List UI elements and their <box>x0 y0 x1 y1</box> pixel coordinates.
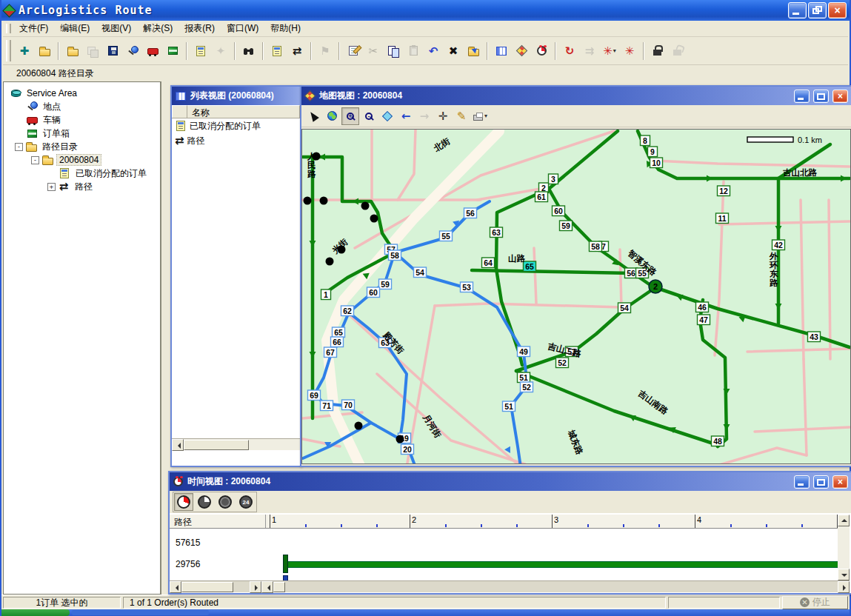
map-stop-label[interactable]: 51 <box>503 401 515 412</box>
map-stop-label[interactable]: 3 <box>549 174 558 184</box>
map-unassigned-stop-dot[interactable] <box>370 215 378 223</box>
menu-window[interactable]: 窗口(W) <box>221 21 264 36</box>
map-stop-label[interactable]: 65 <box>333 327 345 338</box>
cut-button[interactable]: ✂ <box>364 41 383 61</box>
route-row-57615[interactable]: 57615 <box>176 538 200 548</box>
time-vscrollbar[interactable] <box>838 515 850 580</box>
list-view-title-bar[interactable]: 列表视图 (20060804) <box>172 87 300 105</box>
delete-button[interactable]: ✖ <box>444 41 463 61</box>
time-scale-quarter[interactable] <box>174 493 193 511</box>
pan-tool[interactable]: ✛ <box>434 107 452 125</box>
locations-button[interactable] <box>123 41 142 61</box>
scroll-right-icon[interactable] <box>250 581 261 593</box>
map-stop-label[interactable]: 65 <box>524 261 536 272</box>
sequence-button[interactable]: ⇉ <box>580 41 599 61</box>
scroll-right-icon[interactable] <box>838 581 850 593</box>
zoom-in-tool[interactable] <box>341 107 359 125</box>
map-stop-label[interactable]: 69 <box>308 390 321 401</box>
globe-tool[interactable] <box>323 107 341 125</box>
solve-route-button[interactable]: ✳▾ <box>600 41 619 61</box>
lock-button[interactable] <box>648 41 667 61</box>
select-tool[interactable] <box>304 107 322 125</box>
list-row-unassigned-orders[interactable]: 已取消分配的订单 <box>172 118 300 133</box>
map-stop-label[interactable]: 52 <box>556 358 569 368</box>
map-close-button[interactable]: × <box>832 90 848 103</box>
list-row-routes[interactable]: ⇄路径 <box>172 133 300 148</box>
map-canvas[interactable]: 1918910121132616059758636465565542544647… <box>301 129 851 464</box>
tree-item-order-box[interactable]: 订单箱 <box>4 127 160 140</box>
map-stop-label[interactable]: 61 <box>535 192 548 202</box>
map-unassigned-stop-dot[interactable] <box>396 435 404 443</box>
map-stop-label[interactable]: 12 <box>718 186 730 196</box>
map-maximize-button[interactable] <box>813 90 829 103</box>
list-view-name-column[interactable]: 名称 <box>187 105 300 118</box>
map-stop-label[interactable]: 51 <box>518 372 530 383</box>
list-view-icon-column[interactable] <box>172 105 187 118</box>
start-button[interactable] <box>1 609 70 616</box>
map-unassigned-stop-dot[interactable] <box>361 202 370 210</box>
map-stop-label[interactable]: 56 <box>464 208 477 218</box>
map-stop-label[interactable]: 10 <box>650 158 663 168</box>
map-stop-label[interactable]: 49 <box>518 346 530 357</box>
reload-button[interactable]: ↻ <box>560 41 579 61</box>
tree-item-vehicles[interactable]: 车辆 <box>4 113 160 127</box>
undo-button[interactable]: ↶ <box>424 41 443 61</box>
map-stop-label[interactable]: 60 <box>553 206 565 216</box>
expand-icon[interactable]: + <box>47 183 56 191</box>
properties-button[interactable] <box>344 41 363 61</box>
time-scale-full[interactable] <box>216 493 235 511</box>
map-route-stop-circle[interactable]: 2 <box>649 280 662 293</box>
tree-item-routes[interactable]: +⇄路径 <box>4 180 160 193</box>
map-stop-label[interactable]: 8 <box>641 135 650 146</box>
back-tool[interactable]: ← <box>397 107 415 125</box>
map-stop-label[interactable]: 9 <box>648 147 658 157</box>
menu-report[interactable]: 报表(R) <box>178 21 221 36</box>
menu-edit[interactable]: 编辑(E) <box>54 21 96 36</box>
build-routes-button[interactable]: ✦ <box>211 41 230 61</box>
restore-button[interactable] <box>808 2 827 19</box>
time-view-title-bar[interactable]: 时间视图 : 20060804 × <box>170 472 851 491</box>
scroll-thumb[interactable] <box>273 582 285 592</box>
collapse-icon[interactable]: - <box>31 156 39 164</box>
assign-orders-button[interactable] <box>191 41 210 61</box>
scroll-left-icon[interactable] <box>172 439 184 451</box>
time-hscrollbar[interactable] <box>170 580 850 592</box>
scroll-left-icon[interactable] <box>170 581 181 593</box>
map-unassigned-stop-dot[interactable] <box>326 258 334 266</box>
stop-button[interactable]: ✕ 停止 <box>782 596 848 609</box>
map-minimize-button[interactable] <box>794 90 810 103</box>
map-stop-label[interactable]: 70 <box>342 400 355 410</box>
map-stop-label[interactable]: 11 <box>716 213 729 224</box>
map-stop-label[interactable]: 20 <box>401 444 414 455</box>
time-scale-24[interactable]: 24 <box>236 493 256 511</box>
scroll-thumb[interactable] <box>184 440 249 450</box>
time-route-column-header[interactable]: 路径 <box>170 515 266 528</box>
map-stop-label[interactable]: 60 <box>367 287 380 298</box>
scroll-left-icon[interactable] <box>261 581 273 593</box>
map-stop-label[interactable]: 53 <box>461 282 473 292</box>
scroll-thumb[interactable] <box>181 582 233 592</box>
dropdown-arrow-icon[interactable]: ▾ <box>484 113 487 119</box>
route-time-marker[interactable] <box>283 575 288 580</box>
map-stop-label[interactable]: 67 <box>324 347 337 358</box>
scroll-down-icon[interactable] <box>838 569 850 580</box>
resolve-button[interactable]: ✳ <box>620 41 639 61</box>
minimize-button[interactable] <box>788 2 807 19</box>
map-stop-label[interactable]: 52 <box>521 382 533 392</box>
open-button[interactable] <box>35 41 54 61</box>
save-button[interactable] <box>103 41 122 61</box>
map-view-title-bar[interactable]: 地图视图 : 20060804 × <box>301 87 851 105</box>
map-stop-label[interactable]: 64 <box>482 258 495 268</box>
route-row-29756[interactable]: 29756 <box>176 559 200 569</box>
map-unassigned-stop-dot[interactable] <box>320 197 328 205</box>
map-svg[interactable]: 1918910121132616059758636465565542544647… <box>302 130 850 464</box>
collapse-icon[interactable]: - <box>15 143 23 151</box>
dropdown-arrow-icon[interactable]: ▾ <box>613 47 616 54</box>
time-view-button[interactable] <box>532 41 551 61</box>
new-folder-button[interactable] <box>63 41 82 61</box>
draw-tool[interactable]: ✎ <box>453 107 470 125</box>
order-box-button[interactable] <box>163 41 182 61</box>
tree-item-unassigned-orders[interactable]: 已取消分配的订单 <box>4 167 160 180</box>
map-stop-label[interactable]: 47 <box>698 315 710 325</box>
map-stop-label[interactable]: 62 <box>341 306 354 316</box>
